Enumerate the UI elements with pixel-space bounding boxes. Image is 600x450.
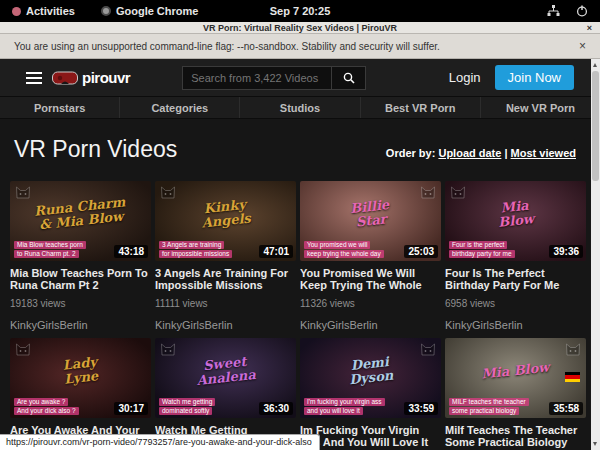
app-menu-label: Google Chrome [116, 5, 199, 17]
vr-goggles-icon [52, 71, 78, 85]
caption-line: You promised we will [304, 241, 370, 249]
caption-line: And your dick also ? [14, 407, 79, 415]
order-link-upload-date[interactable]: Upload date [438, 147, 501, 159]
join-now-button[interactable]: Join Now [495, 65, 574, 90]
duration-badge: 25:03 [404, 245, 438, 258]
order-by-controls: Order by: Upload date | Most viewed [386, 147, 584, 159]
video-card: Kinky Angels 3 Angels are trainingfor im… [155, 181, 296, 331]
nav-item-new-vr-porn[interactable]: New VR Porn [480, 97, 600, 118]
caption-line: 3 Angels are training [159, 241, 224, 249]
tab-close-icon[interactable]: × [587, 23, 592, 33]
page-title: VR Porn Videos [14, 136, 177, 163]
order-link-most-viewed[interactable]: Most viewed [511, 147, 576, 159]
video-studio-link[interactable]: KinkyGirlsBerlin [445, 319, 586, 331]
caption-line: Are you awake ? [14, 398, 68, 406]
activities-button[interactable]: Activities [12, 5, 75, 17]
warning-close-icon[interactable]: × [579, 39, 586, 53]
caption-line: dominated softly [159, 407, 212, 415]
order-separator: | [504, 147, 507, 159]
video-title[interactable]: Im Fucking Your Virgin Ass And You Will … [300, 424, 441, 448]
video-thumbnail[interactable]: Kinky Angels 3 Angels are trainingfor im… [155, 181, 296, 261]
order-by-label: Order by: [386, 147, 436, 159]
activities-label: Activities [26, 5, 75, 17]
hamburger-menu-icon[interactable] [26, 69, 42, 87]
caption-line: MILF teaches the teacher [449, 398, 529, 406]
video-studio-link[interactable]: KinkyGirlsBerlin [155, 319, 296, 331]
duration-badge: 35:58 [549, 402, 583, 415]
duration-badge: 36:30 [259, 402, 293, 415]
main-navigation: Pornstars Categories Studios Best VR Por… [0, 97, 600, 119]
duration-badge: 47:01 [259, 245, 293, 258]
search-icon [343, 72, 355, 84]
nav-item-pornstars[interactable]: Pornstars [0, 97, 119, 118]
browser-tab-bar[interactable]: VR Porn: Virtual Reality Sex Videos | Pi… [0, 22, 600, 34]
video-thumbnail[interactable]: Runa Charm & Mia Blow Mia Blow teaches p… [10, 181, 151, 261]
studio-cat-logo-icon [160, 185, 176, 199]
video-title[interactable]: 3 Angels Are Training For Impossible Mis… [155, 267, 296, 291]
video-thumbnail[interactable]: Mia Blow Four is the perfectbirthday par… [445, 181, 586, 261]
thumbnail-caption: Four is the perfectbirthday party for me [449, 241, 515, 258]
caption-line: to Runa Charm pt. 2 [14, 250, 79, 258]
thumbnail-caption: You promised we willkeep trying the whol… [304, 241, 384, 258]
studio-cat-logo-icon [565, 342, 581, 356]
warning-text: You are using an unsupported command-lin… [14, 41, 440, 52]
tab-title: VR Porn: Virtual Reality Sex Videos | Pi… [203, 23, 397, 33]
chrome-icon [101, 6, 111, 16]
thumbnail-caption: MILF teaches the teachersome practical b… [449, 398, 529, 415]
login-button[interactable]: Login [449, 70, 481, 85]
search-box [182, 66, 366, 90]
thumbnail-caption: I'm fucking your virgin assand you will … [304, 398, 385, 415]
video-views: 11111 views [155, 298, 296, 309]
power-icon[interactable] [576, 5, 588, 17]
video-card: Demi Dyson I'm fucking your virgin assan… [300, 338, 441, 450]
video-card: Billie Star You promised we willkeep try… [300, 181, 441, 331]
video-studio-link[interactable]: KinkyGirlsBerlin [10, 319, 151, 331]
nav-item-studios[interactable]: Studios [239, 97, 359, 118]
search-input[interactable] [182, 66, 332, 90]
scrollbar-down-arrow-icon[interactable] [593, 442, 597, 446]
video-title[interactable]: You Promised We Will Keep Trying The Who… [300, 267, 441, 291]
caption-line: I'm fucking your virgin ass [304, 398, 385, 406]
duration-badge: 43:18 [114, 245, 148, 258]
studio-cat-logo-icon [420, 185, 436, 199]
studio-cat-logo-icon [15, 185, 31, 199]
video-views: 19183 views [10, 298, 151, 309]
page-viewport: pirouvr Login Join Now Pornstars Categor… [0, 59, 600, 450]
studio-cat-logo-icon [15, 342, 31, 356]
nav-item-best-vr-porn[interactable]: Best VR Porn [360, 97, 480, 118]
duration-badge: 30:17 [114, 402, 148, 415]
scrollbar-up-arrow-icon[interactable] [593, 63, 597, 67]
chrome-warning-bar: You are using an unsupported command-lin… [0, 34, 600, 59]
video-thumbnail[interactable]: Demi Dyson I'm fucking your virgin assan… [300, 338, 441, 418]
video-thumbnail[interactable]: Billie Star You promised we willkeep try… [300, 181, 441, 261]
app-menu-button[interactable]: Google Chrome [101, 5, 199, 17]
video-studio-link[interactable]: KinkyGirlsBerlin [300, 319, 441, 331]
video-card: Runa Charm & Mia Blow Mia Blow teaches p… [10, 181, 151, 331]
video-title[interactable]: Mia Blow Teaches Porn To Runa Charm Pt 2 [10, 267, 151, 291]
video-thumbnail[interactable]: Mia Blow MILF teaches the teachersome pr… [445, 338, 586, 418]
video-views: 6958 views [445, 298, 586, 309]
caption-line: Mia Blow teaches porn [14, 241, 86, 249]
video-title[interactable]: Milf Teaches The Teacher Some Practical … [445, 424, 586, 448]
site-logo[interactable]: pirouvr [52, 69, 130, 86]
duration-badge: 39:36 [549, 245, 583, 258]
vertical-scrollbar[interactable] [591, 59, 600, 450]
clock[interactable]: Sep 7 20:25 [270, 5, 331, 17]
activities-icon [12, 7, 21, 16]
thumbnail-caption: Are you awake ?And your dick also ? [14, 398, 79, 415]
nav-item-categories[interactable]: Categories [119, 97, 239, 118]
caption-line: Watch me getting [159, 398, 215, 406]
logo-text: pirouvr [82, 69, 130, 86]
studio-cat-logo-icon [450, 185, 466, 199]
video-thumbnail[interactable]: Lady Lyne Are you awake ?And your dick a… [10, 338, 151, 418]
video-title[interactable]: Four Is The Perfect Birthday Party For M… [445, 267, 586, 291]
search-button[interactable] [332, 66, 366, 90]
thumbnail-caption: 3 Angels are trainingfor impossible miss… [159, 241, 232, 258]
caption-line: for impossible missions [159, 250, 232, 258]
video-thumbnail[interactable]: Sweet Analena Watch me gettingdominated … [155, 338, 296, 418]
duration-badge: 33:59 [404, 402, 438, 415]
studio-cat-logo-icon [420, 342, 436, 356]
network-icon[interactable] [547, 5, 560, 17]
caption-line: keep trying the whole day [304, 250, 384, 258]
scrollbar-thumb[interactable] [592, 71, 599, 181]
